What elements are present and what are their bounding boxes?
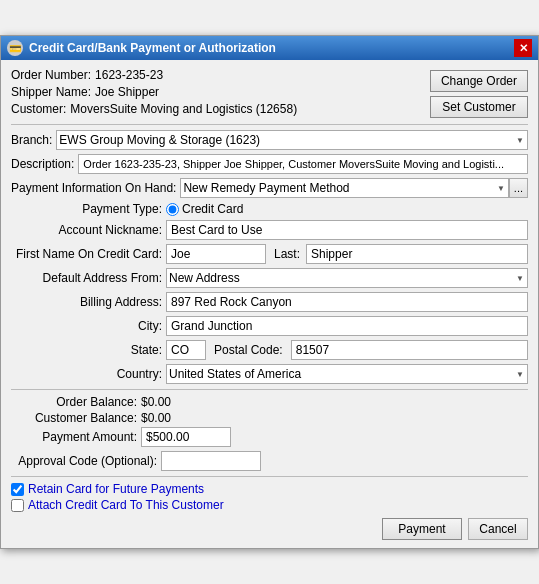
country-select[interactable]: United States of America — [166, 364, 528, 384]
description-label: Description: — [11, 157, 78, 171]
billing-address-input[interactable]: 897 Red Rock Canyon — [166, 292, 528, 312]
set-customer-button[interactable]: Set Customer — [430, 96, 528, 118]
order-balance-value: $0.00 — [141, 395, 171, 409]
state-input[interactable]: CO — [166, 340, 206, 360]
cancel-button[interactable]: Cancel — [468, 518, 528, 540]
default-address-row: Default Address From: New Address — [11, 268, 528, 288]
postal-code-input[interactable]: 81507 — [291, 340, 528, 360]
order-number-row: Order Number: 1623-235-23 — [11, 68, 422, 82]
payment-type-label: Payment Type: — [11, 202, 166, 216]
dialog-content: Order Number: 1623-235-23 Shipper Name: … — [1, 60, 538, 548]
description-row: Description: Order 1623-235-23, Shipper … — [11, 154, 528, 174]
account-nickname-input[interactable]: Best Card to Use — [166, 220, 528, 240]
order-balance-label: Order Balance: — [11, 395, 141, 409]
payment-info-select[interactable]: New Remedy Payment Method — [180, 178, 508, 198]
divider-3 — [11, 476, 528, 477]
payment-amount-input[interactable]: $500.00 — [141, 427, 231, 447]
approval-code-row: Approval Code (Optional): — [11, 451, 528, 471]
attach-card-row: Attach Credit Card To This Customer — [11, 498, 528, 512]
postal-code-label: Postal Code: — [210, 343, 287, 357]
payment-button[interactable]: Payment — [382, 518, 462, 540]
credit-card-radio[interactable] — [166, 203, 179, 216]
state-label: State: — [11, 343, 166, 357]
billing-address-row: Billing Address: 897 Red Rock Canyon — [11, 292, 528, 312]
city-row: City: Grand Junction — [11, 316, 528, 336]
customer-value: MoversSuite Moving and Logistics (12658) — [70, 102, 297, 116]
order-balance-row: Order Balance: $0.00 — [11, 395, 528, 409]
branch-select[interactable]: EWS Group Moving & Storage (1623) — [56, 130, 528, 150]
payment-info-select-wrapper[interactable]: New Remedy Payment Method — [180, 178, 508, 198]
payment-amount-label: Payment Amount: — [11, 430, 141, 444]
payment-amount-row: Payment Amount: $500.00 — [11, 427, 528, 447]
top-info: Order Number: 1623-235-23 Shipper Name: … — [11, 68, 422, 119]
country-label: Country: — [11, 367, 166, 381]
retain-card-label: Retain Card for Future Payments — [28, 482, 204, 496]
payment-type-group: Credit Card — [166, 202, 243, 216]
account-nickname-label: Account Nickname: — [11, 223, 166, 237]
account-nickname-row: Account Nickname: Best Card to Use — [11, 220, 528, 240]
country-row: Country: United States of America — [11, 364, 528, 384]
customer-label: Customer: — [11, 102, 66, 116]
approval-code-label: Approval Code (Optional): — [11, 454, 161, 468]
last-label: Last: — [270, 247, 300, 261]
payment-type-row: Payment Type: Credit Card — [11, 202, 528, 216]
close-button[interactable]: ✕ — [514, 39, 532, 57]
balance-section: Order Balance: $0.00 Customer Balance: $… — [11, 395, 528, 425]
name-fields: Joe Last: Shipper — [166, 244, 528, 264]
payment-info-row: Payment Information On Hand: New Remedy … — [11, 178, 528, 198]
bottom-buttons: Payment Cancel — [11, 518, 528, 540]
customer-balance-label: Customer Balance: — [11, 411, 141, 425]
default-address-select-wrapper[interactable]: New Address — [166, 268, 528, 288]
title-bar: 💳 Credit Card/Bank Payment or Authorizat… — [1, 36, 538, 60]
billing-address-label: Billing Address: — [11, 295, 166, 309]
dialog-title: Credit Card/Bank Payment or Authorizatio… — [29, 41, 276, 55]
payment-info-label: Payment Information On Hand: — [11, 181, 180, 195]
first-name-label: First Name On Credit Card: — [11, 247, 166, 261]
attach-card-checkbox[interactable] — [11, 499, 24, 512]
top-section: Order Number: 1623-235-23 Shipper Name: … — [11, 68, 528, 119]
top-buttons: Change Order Set Customer — [430, 68, 528, 119]
approval-code-input[interactable] — [161, 451, 261, 471]
description-input[interactable]: Order 1623-235-23, Shipper Joe Shipper, … — [78, 154, 528, 174]
customer-row: Customer: MoversSuite Moving and Logisti… — [11, 102, 422, 116]
branch-select-wrapper[interactable]: EWS Group Moving & Storage (1623) — [56, 130, 528, 150]
change-order-button[interactable]: Change Order — [430, 70, 528, 92]
attach-card-label: Attach Credit Card To This Customer — [28, 498, 224, 512]
order-number-label: Order Number: — [11, 68, 91, 82]
branch-row: Branch: EWS Group Moving & Storage (1623… — [11, 130, 528, 150]
customer-balance-row: Customer Balance: $0.00 — [11, 411, 528, 425]
retain-card-checkbox[interactable] — [11, 483, 24, 496]
order-number-value: 1623-235-23 — [95, 68, 163, 82]
state-postal-row: State: CO Postal Code: 81507 — [11, 340, 528, 360]
shipper-name-row: Shipper Name: Joe Shipper — [11, 85, 422, 99]
city-input[interactable]: Grand Junction — [166, 316, 528, 336]
last-name-input[interactable]: Shipper — [306, 244, 528, 264]
retain-card-row: Retain Card for Future Payments — [11, 482, 528, 496]
name-row: First Name On Credit Card: Joe Last: Shi… — [11, 244, 528, 264]
credit-card-option[interactable]: Credit Card — [166, 202, 243, 216]
credit-card-label: Credit Card — [182, 202, 243, 216]
ellipsis-button[interactable]: ... — [509, 178, 528, 198]
divider-1 — [11, 124, 528, 125]
divider-2 — [11, 389, 528, 390]
customer-balance-value: $0.00 — [141, 411, 171, 425]
branch-label: Branch: — [11, 133, 56, 147]
country-select-wrapper[interactable]: United States of America — [166, 364, 528, 384]
state-postal-fields: CO Postal Code: 81507 — [166, 340, 528, 360]
dialog-icon: 💳 — [7, 40, 23, 56]
city-label: City: — [11, 319, 166, 333]
first-name-input[interactable]: Joe — [166, 244, 266, 264]
shipper-name-label: Shipper Name: — [11, 85, 91, 99]
shipper-name-value: Joe Shipper — [95, 85, 159, 99]
default-address-label: Default Address From: — [11, 271, 166, 285]
dialog: 💳 Credit Card/Bank Payment or Authorizat… — [0, 35, 539, 549]
default-address-select[interactable]: New Address — [166, 268, 528, 288]
